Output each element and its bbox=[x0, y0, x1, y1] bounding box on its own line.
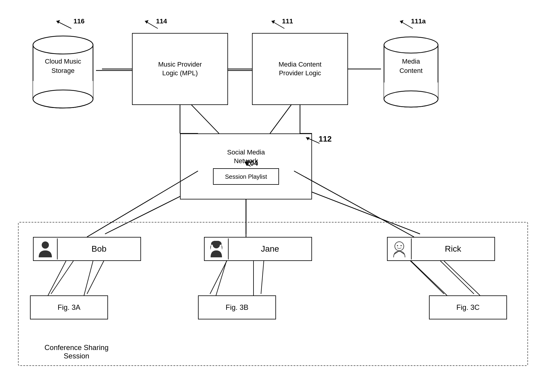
rick-box: Rick bbox=[387, 237, 495, 261]
bob-box: Bob bbox=[33, 237, 141, 261]
svg-point-40 bbox=[400, 245, 402, 246]
svg-marker-15 bbox=[56, 20, 60, 24]
fig3c-box: Fig. 3C bbox=[429, 295, 507, 319]
jane-silhouette bbox=[208, 241, 225, 257]
svg-point-28 bbox=[384, 37, 438, 53]
svg-point-36 bbox=[42, 241, 49, 249]
svg-marker-17 bbox=[145, 20, 148, 24]
arrow-111 bbox=[267, 16, 291, 31]
jane-name: Jane bbox=[229, 244, 311, 254]
arrow-114 bbox=[140, 16, 164, 31]
cloud-music-storage-label: Cloud MusicStorage bbox=[30, 57, 96, 76]
jane-box: Jane bbox=[204, 237, 312, 261]
svg-point-31 bbox=[384, 91, 438, 107]
arrow-116 bbox=[47, 16, 77, 31]
media-content-provider-logic-box: Media ContentProvider Logic bbox=[252, 33, 348, 105]
session-playlist-box: Session Playlist bbox=[213, 168, 279, 185]
music-provider-logic-box: Music ProviderLogic (MPL) bbox=[132, 33, 228, 105]
conference-sharing-session-label: Conference SharingSession bbox=[22, 343, 130, 360]
media-content-label: MediaContent bbox=[381, 57, 441, 76]
cloud-music-storage: Cloud MusicStorage bbox=[30, 30, 96, 111]
svg-point-39 bbox=[397, 245, 398, 246]
svg-point-26 bbox=[33, 90, 93, 108]
bob-name: Bob bbox=[58, 244, 140, 254]
svg-point-23 bbox=[33, 36, 93, 54]
media-content: MediaContent bbox=[381, 30, 441, 111]
arrow-112 bbox=[303, 134, 324, 146]
svg-point-38 bbox=[395, 242, 404, 251]
bob-icon bbox=[34, 238, 58, 259]
arrow-204 bbox=[242, 160, 254, 169]
svg-marker-19 bbox=[272, 20, 275, 24]
arrow-111a bbox=[395, 16, 419, 31]
fig3b-box: Fig. 3B bbox=[198, 295, 276, 319]
rick-icon bbox=[388, 238, 412, 259]
bob-silhouette bbox=[37, 241, 54, 257]
rick-name: Rick bbox=[412, 244, 494, 254]
fig3a-box: Fig. 3A bbox=[30, 295, 108, 319]
jane-icon bbox=[205, 238, 229, 259]
diagram: 116 114 111 111a bbox=[0, 0, 540, 392]
rick-silhouette bbox=[391, 241, 408, 257]
svg-marker-21 bbox=[400, 20, 404, 24]
